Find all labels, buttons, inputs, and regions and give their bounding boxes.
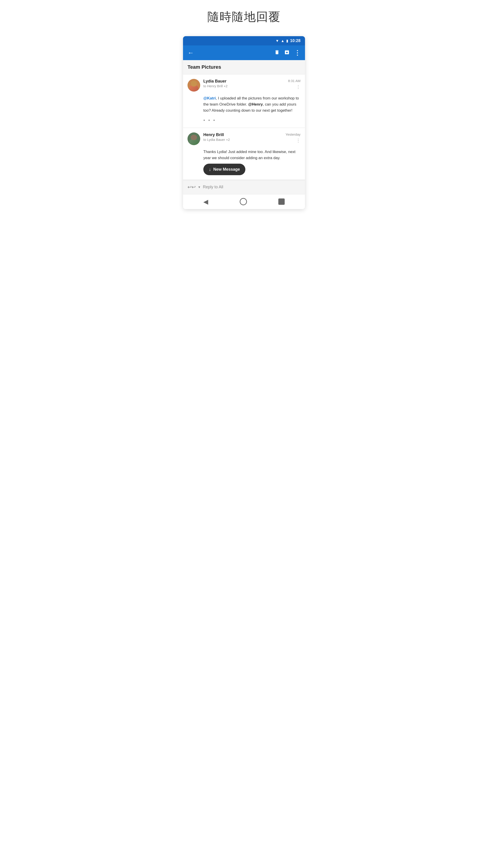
sender-to-1: to Henry Brill +2 — [203, 84, 285, 88]
sender-name-2: Henry Brill — [203, 132, 283, 137]
email-header-1: Lydia Bauer to Henry Brill +2 8:31 AM ⋮ — [188, 79, 300, 92]
email-time-1: 8:31 AM — [288, 79, 300, 83]
svg-point-0 — [188, 79, 200, 92]
svg-point-2 — [190, 88, 198, 92]
email-item-1: Lydia Bauer to Henry Brill +2 8:31 AM ⋮ … — [183, 74, 305, 128]
thread-title-bar: Team Pictures — [183, 60, 305, 74]
more-options-button[interactable]: ⋮ — [294, 49, 300, 57]
svg-point-1 — [191, 81, 197, 87]
status-icons: ▼ ▲ ▮ 10:28 — [275, 38, 300, 43]
fab-label: New Message — [213, 167, 240, 172]
reply-bar: ↩↩ ▾ Reply to All — [183, 180, 305, 194]
email-body-1: @Katri, I uploaded all the pictures from… — [188, 95, 300, 114]
svg-point-4 — [191, 135, 196, 140]
reply-dropdown-icon[interactable]: ▾ — [198, 185, 200, 189]
toolbar-left: ← — [188, 49, 194, 57]
nav-home-button[interactable] — [240, 198, 247, 205]
fab-arrow-icon: ↓ — [209, 167, 211, 172]
wifi-icon: ▼ — [275, 39, 279, 43]
svg-point-3 — [188, 132, 200, 145]
email-body-2: Thanks Lydia! Just added mine too. And l… — [188, 149, 300, 161]
email-more-2[interactable]: ⋮ — [296, 138, 300, 143]
svg-point-7 — [195, 138, 195, 138]
sender-info-2: Henry Brill to Lydia Bauer +2 — [203, 132, 283, 142]
sender-to-2: to Lydia Bauer +2 — [203, 138, 283, 142]
mention-henry: @Henry — [248, 102, 263, 106]
email-header-2: Henry Brill to Lydia Bauer +2 Yesterday … — [188, 132, 300, 145]
page-headline: 隨時隨地回覆 — [207, 9, 281, 25]
battery-icon: ▮ — [286, 39, 288, 43]
phone-frame: ▼ ▲ ▮ 10:28 ← — [183, 36, 305, 209]
svg-point-6 — [193, 138, 193, 138]
nav-bar: ◀ — [183, 194, 305, 209]
reply-label[interactable]: Reply to All — [203, 185, 223, 189]
nav-back-button[interactable]: ◀ — [203, 198, 208, 206]
signal-icon: ▲ — [281, 39, 285, 43]
back-button[interactable]: ← — [188, 49, 194, 57]
email-more-1[interactable]: ⋮ — [296, 84, 300, 90]
reply-all-icon: ↩↩ — [188, 184, 196, 190]
avatar-henry — [188, 132, 200, 145]
new-message-fab[interactable]: ↓ New Message — [203, 164, 246, 175]
email-time-2: Yesterday — [286, 132, 300, 136]
email-item-2: Henry Brill to Lydia Bauer +2 Yesterday … — [183, 128, 305, 180]
email-list: Lydia Bauer to Henry Brill +2 8:31 AM ⋮ … — [183, 74, 305, 180]
email-text-2: Thanks Lydia! Just added mine too. And l… — [203, 150, 295, 160]
mention-katri: @Katri — [203, 96, 216, 100]
sender-info-1: Lydia Bauer to Henry Brill +2 — [203, 79, 285, 88]
svg-point-5 — [190, 141, 198, 145]
avatar-lydia — [188, 79, 200, 92]
loading-dots: • • • — [188, 117, 300, 123]
app-toolbar: ← ⋮ — [183, 45, 305, 60]
email-meta-1: 8:31 AM ⋮ — [288, 79, 300, 90]
sender-name-1: Lydia Bauer — [203, 79, 285, 84]
delete-button[interactable] — [274, 50, 280, 56]
toolbar-right: ⋮ — [274, 49, 300, 57]
status-time: 10:28 — [290, 38, 300, 43]
status-bar: ▼ ▲ ▮ 10:28 — [183, 36, 305, 45]
email-meta-2: Yesterday ⋮ — [286, 132, 300, 143]
nav-recents-button[interactable] — [278, 198, 285, 205]
thread-title: Team Pictures — [188, 64, 300, 70]
page-wrapper: 隨時隨地回覆 ▼ ▲ ▮ 10:28 ← — [183, 9, 305, 209]
archive-button[interactable] — [284, 50, 290, 56]
